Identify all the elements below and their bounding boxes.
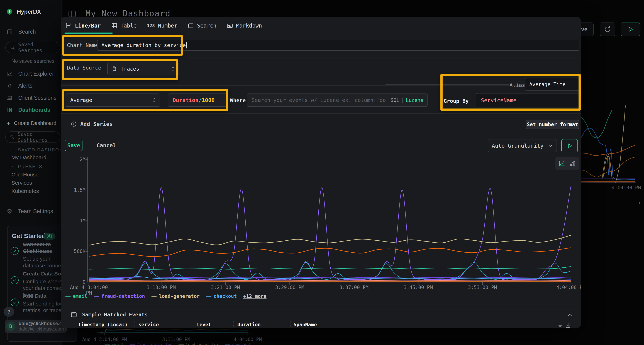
laptop-icon — [7, 95, 12, 101]
bell-icon — [7, 83, 12, 89]
screen: HyperDX SearchChart ExplorerAlertsClient… — [0, 0, 644, 345]
legend-swatch — [94, 296, 99, 297]
annotation-aggregation — [62, 89, 228, 111]
plus-icon: + — [7, 120, 10, 126]
play-icon — [627, 26, 634, 32]
filter-icon[interactable] — [557, 322, 563, 328]
x-axis-tick: 3:21:00 PM — [202, 285, 249, 290]
help-button[interactable]: ? — [4, 307, 14, 317]
cancel-button[interactable]: Cancel — [96, 142, 116, 149]
mini-chart-x-tick: Aug 4 3:04:00 PM — [82, 337, 128, 342]
tab-table[interactable]: Table — [111, 22, 137, 29]
sidebar-item-client-sessions[interactable]: Client Sessions — [7, 95, 56, 101]
preset-item-clickhouse[interactable]: ClickHouse — [12, 172, 39, 178]
list-icon — [71, 311, 77, 318]
chevron-down-icon — [11, 165, 15, 169]
presets-section[interactable]: PRESETS — [11, 164, 60, 169]
legend-more-link[interactable]: +12 more — [243, 293, 266, 299]
dashboard-run-button[interactable] — [621, 22, 640, 36]
saved-searches-input[interactable]: Saved Searches — [5, 42, 60, 53]
y-axis-tick: 1M — [61, 218, 86, 223]
refresh-icon — [604, 26, 611, 33]
background-chart-right — [581, 100, 642, 186]
legend-item[interactable]: load-generator — [151, 293, 200, 299]
granularity-select[interactable]: Auto Granularity — [488, 139, 557, 152]
where-placeholder: Search your events w/ Lucene ex. column:… — [252, 97, 386, 103]
timeseries-chart[interactable] — [72, 154, 581, 308]
table-icon — [111, 23, 117, 29]
column-header-timestamp-local-[interactable]: Timestamp (Local) — [78, 322, 128, 327]
run-query-button[interactable] — [561, 139, 578, 152]
saved-dashboards-placeholder: Saved Dashboards — [18, 131, 60, 143]
sidebar-item-team-settings[interactable]: ⚙ Team Settings — [7, 208, 53, 215]
sidebar-item-alerts[interactable]: Alerts — [7, 83, 32, 89]
sidebar-item-search[interactable]: Search — [7, 28, 36, 35]
sidebar-item-dashboards[interactable]: Dashboards — [7, 107, 50, 113]
app-logo[interactable]: HyperDX — [6, 8, 41, 15]
column-header-duration[interactable]: duration — [238, 322, 261, 327]
plus-circle-icon — [71, 121, 77, 127]
background-legend-item: fraud-detection — [130, 343, 172, 345]
legend-swatch — [151, 296, 157, 297]
column-resize-handle[interactable] — [290, 321, 290, 327]
column-resize-handle[interactable] — [234, 321, 234, 327]
sidebar-item-chart-explorer[interactable]: Chart Explorer — [7, 71, 54, 77]
text-cursor — [186, 42, 186, 48]
user-email: dale@clickhouse.c — [18, 321, 66, 327]
tab-line-bar[interactable]: Line/Bar — [66, 22, 101, 29]
add-series-button[interactable]: Add Series — [71, 121, 113, 127]
download-icon[interactable] — [565, 322, 571, 328]
page-title: My New Dashboard — [86, 8, 170, 18]
save-button[interactable]: Save — [65, 140, 82, 151]
dialog-tabs: Line/BarTable123NumberSearchMarkdown — [66, 22, 262, 29]
background-chart-x-label: 4:04:00 PM — [612, 185, 641, 190]
refresh-button[interactable] — [600, 22, 616, 36]
doc-icon — [7, 29, 12, 35]
saved-dashboards-input[interactable]: Saved Dashboards — [5, 131, 60, 143]
app-logo-text: HyperDX — [17, 8, 41, 15]
column-resize-handle[interactable] — [195, 321, 195, 327]
saved-dashboard-item[interactable]: My Dashboard — [12, 154, 46, 161]
avatar: D — [6, 322, 16, 331]
y-axis-tick: 500K — [61, 249, 86, 254]
user-menu[interactable]: D dale@clickhouse.c dale@clickhouse.com'… — [5, 320, 66, 333]
resize-handle-icon[interactable] — [636, 201, 640, 205]
background-legend-strip: emailfraud-detectionload-generatorchecko… — [105, 343, 266, 345]
x-axis-tick: 3:29:00 PM — [266, 285, 313, 290]
tab-number[interactable]: 123Number — [147, 22, 178, 29]
column-header-service[interactable]: service — [138, 322, 159, 327]
column-resize-handle[interactable] — [134, 321, 135, 327]
sidebar-collapse-icon[interactable] — [68, 10, 76, 18]
list-icon — [188, 23, 194, 29]
x-axis-tick: 3:53:00 PM — [459, 285, 506, 290]
legend-item[interactable]: fraud-detection — [94, 293, 145, 299]
background-legend-item: email — [105, 343, 124, 345]
tab-markdown[interactable]: Markdown — [227, 22, 262, 29]
chart-icon — [7, 71, 12, 77]
set-number-format-button[interactable]: Set number format — [526, 120, 579, 129]
search-icon — [10, 45, 15, 50]
preset-item-services[interactable]: Services — [12, 180, 32, 186]
where-search-input[interactable]: Search your events w/ Lucene ex. column:… — [247, 93, 428, 107]
query-language-toggle[interactable]: SQL|Lucene — [390, 97, 423, 103]
collapse-chevron-icon[interactable] — [567, 312, 573, 317]
gear-icon: ⚙ — [7, 208, 12, 214]
get-started-title: Get Started — [12, 232, 46, 240]
play-icon — [567, 143, 572, 149]
preset-item-kubernetes[interactable]: Kubernetes — [12, 188, 39, 194]
tab-search[interactable]: Search — [188, 22, 216, 29]
column-header-spanname[interactable]: SpanName — [294, 322, 317, 327]
x-axis-tick: 3:45:00 PM — [395, 285, 442, 290]
create-dashboard-button[interactable]: + Create Dashboard — [7, 120, 56, 126]
legend-item[interactable]: email — [65, 293, 87, 299]
saved-searches-placeholder: Saved Searches — [18, 42, 60, 53]
saved-dashboards-section[interactable]: SAVED DASHBOARDS — [11, 147, 60, 152]
y-axis-tick: 2M — [61, 157, 86, 162]
column-header-level[interactable]: level — [196, 322, 211, 327]
legend-item[interactable]: checkout — [206, 293, 237, 299]
y-axis-tick: 0 — [61, 279, 86, 285]
chart-legend: emailfraud-detectionload-generatorchecko… — [65, 293, 266, 299]
sample-matched-events-header[interactable]: Sample Matched Events — [71, 311, 148, 318]
number-123-icon: 123 — [147, 23, 155, 28]
x-axis-tick: 3:13:00 PM — [138, 285, 184, 290]
